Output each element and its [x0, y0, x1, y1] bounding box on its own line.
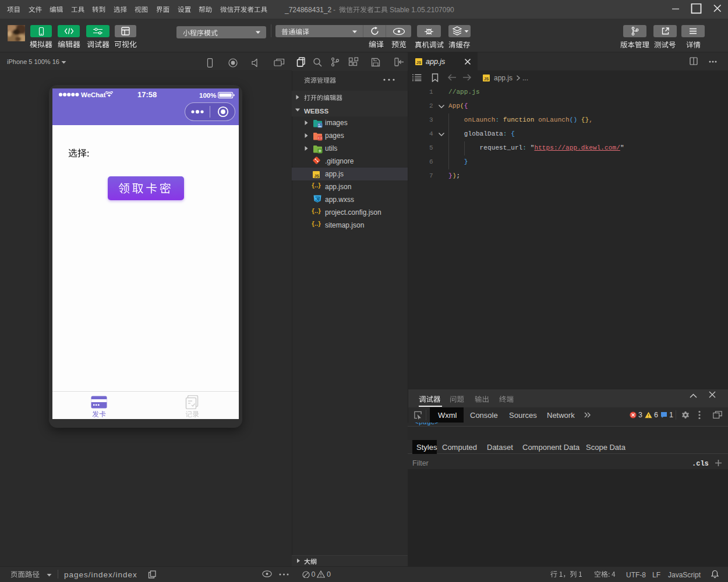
svg-text:JS: JS [314, 174, 319, 178]
svg-text:{..}: {..} [312, 207, 321, 214]
svg-text:JS: JS [416, 61, 422, 65]
svg-text:{..}: {..} [312, 182, 321, 189]
svg-text:{..}: {..} [312, 220, 321, 227]
svg-text:JS: JS [484, 77, 489, 81]
